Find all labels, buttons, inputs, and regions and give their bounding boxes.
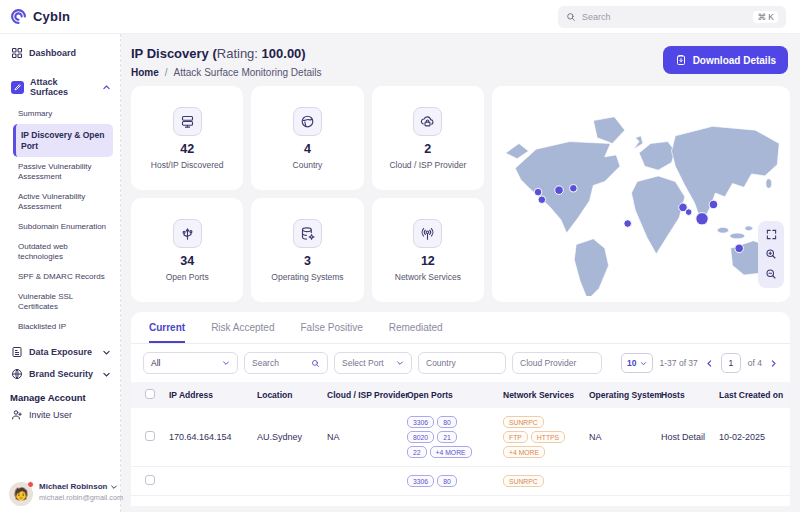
cloud-provider-filter-input[interactable]: Cloud Provider: [512, 352, 602, 374]
top-navbar: Cybln Search ⌘ K: [0, 0, 800, 34]
user-profile[interactable]: 🧑 Michael Robinson michael.robin@gmail.c…: [9, 476, 113, 506]
sidebar-item-dashboard[interactable]: Dashboard: [9, 42, 113, 64]
port-badge[interactable]: 3306: [407, 475, 434, 487]
service-badge[interactable]: HTTPS: [531, 431, 565, 443]
stat-value: 3: [304, 254, 311, 268]
sidebar-subitem-outdated-web[interactable]: Outdated web technologies: [13, 237, 113, 267]
usb-icon: [173, 219, 202, 248]
stat-card-ports: 34 Open Ports: [131, 198, 243, 302]
next-page-icon[interactable]: [769, 359, 778, 368]
zoom-out-icon[interactable]: [765, 268, 777, 280]
map-controls: [758, 221, 784, 288]
download-icon: [675, 54, 687, 66]
fullscreen-icon[interactable]: [766, 229, 777, 240]
tab-false-positive[interactable]: False Positive: [301, 322, 363, 343]
page-number-input[interactable]: 1: [721, 353, 741, 373]
chevron-down-icon: [396, 359, 404, 367]
sidebar-subitem-subdomain[interactable]: Subdomain Enumeration: [13, 217, 113, 237]
breadcrumb-home[interactable]: Home: [131, 67, 159, 78]
port-badge[interactable]: 80: [437, 416, 457, 428]
port-badge[interactable]: 22: [407, 446, 427, 458]
tab-risk-accepted[interactable]: Risk Accepted: [211, 322, 274, 343]
col-location: Location: [253, 382, 323, 408]
sidebar-item-attack-surfaces[interactable]: Attack Surfaces: [9, 72, 113, 102]
sidebar-subitem-blacklisted-ip[interactable]: Blacklisted IP: [13, 317, 113, 337]
sidebar-subitem-summary[interactable]: Summary: [13, 104, 113, 124]
stat-value: 34: [180, 254, 194, 268]
stat-label: Network Services: [395, 272, 461, 282]
stat-card-os: 3 Operating Systems: [251, 198, 363, 302]
port-badge[interactable]: 3306: [407, 416, 434, 428]
chevron-up-icon[interactable]: [102, 83, 111, 92]
search-icon: [311, 359, 320, 368]
cell-open-ports: 3306 80: [403, 467, 499, 496]
cell-created: 10-02-2025: [715, 408, 790, 467]
col-open-ports: Open Ports: [403, 382, 499, 408]
prev-page-icon[interactable]: [705, 359, 714, 368]
geo-map-card: [492, 86, 790, 302]
stat-label: Open Ports: [166, 272, 209, 282]
stat-value: 2: [424, 142, 431, 156]
port-badge[interactable]: 80: [437, 475, 457, 487]
global-search-input[interactable]: Search ⌘ K: [558, 6, 786, 28]
keyboard-shortcut-badge: ⌘ K: [753, 11, 778, 23]
stat-card-cloud: 2 Cloud / ISP Provider: [372, 86, 484, 190]
cell-network-services: SUNRPC: [499, 467, 585, 496]
page-size-select[interactable]: 10: [621, 353, 652, 373]
sidebar-subitem-spf-dmarc[interactable]: SPF & DMARC Records: [13, 267, 113, 287]
tab-current[interactable]: Current: [149, 322, 185, 343]
chevron-down-icon[interactable]: [102, 348, 111, 357]
download-details-button[interactable]: Download Details: [663, 46, 788, 74]
sidebar-subitem-ssl[interactable]: Vulnerable SSL Certificates: [13, 287, 113, 317]
service-badge[interactable]: FTP: [503, 431, 528, 443]
brand[interactable]: Cybln: [10, 8, 70, 25]
database-icon: [293, 219, 322, 248]
table-row[interactable]: 170.64.164.154 AU.Sydney NA 3306 80 8020: [131, 408, 790, 467]
host-detail-link[interactable]: Host Detail: [657, 408, 715, 467]
cell-ip[interactable]: 170.64.164.154: [165, 408, 253, 467]
service-more-badge[interactable]: +4 MORE: [503, 446, 545, 458]
sidebar-subitem-ip-discovery[interactable]: IP Discovery & Open Port: [13, 124, 113, 157]
antenna-icon: [413, 219, 442, 248]
sidebar-item-invite-user[interactable]: Invite User: [9, 407, 113, 426]
tab-remediated[interactable]: Remediated: [389, 322, 443, 343]
row-checkbox[interactable]: [145, 475, 155, 485]
avatar: 🧑: [9, 482, 33, 506]
type-filter-select[interactable]: All: [143, 352, 238, 374]
sidebar-item-label: Invite User: [29, 410, 111, 420]
country-filter-input[interactable]: Country: [418, 352, 506, 374]
chevron-down-icon[interactable]: [110, 483, 118, 491]
invite-user-icon: [11, 409, 23, 421]
sidebar-subitem-active-vuln[interactable]: Active Vulnerability Assessment: [13, 187, 113, 217]
table-row[interactable]: 3306 80 SUNRPC: [131, 467, 790, 496]
col-hosts: Hosts: [657, 382, 715, 408]
zoom-in-icon[interactable]: [765, 248, 777, 260]
sidebar-item-data-exposure[interactable]: Data Exposure: [9, 341, 113, 363]
manage-account-heading: Manage Account: [10, 392, 113, 403]
sidebar-item-brand-security[interactable]: Brand Security: [9, 363, 113, 385]
port-filter-select[interactable]: Select Port: [334, 352, 412, 374]
user-email: michael.robin@gmail.com: [39, 493, 123, 502]
breadcrumb: Home / Attack Surface Monitoring Details: [131, 67, 321, 78]
notification-dot: [27, 481, 34, 488]
chevron-down-icon[interactable]: [102, 370, 111, 379]
page-title: IP Discovery (Rating: 100.00): [131, 46, 321, 61]
breadcrumb-current: Attack Surface Monitoring Details: [174, 67, 322, 78]
document-icon: [11, 346, 23, 358]
row-checkbox[interactable]: [145, 431, 155, 441]
select-all-checkbox[interactable]: [145, 389, 155, 399]
service-badge[interactable]: SUNRPC: [503, 416, 544, 428]
ip-table-card: Current Risk Accepted False Positive Rem…: [131, 312, 790, 506]
stat-card-country: 4 Country: [251, 86, 363, 190]
sidebar-subitem-passive-vuln[interactable]: Passive Vulnerability Assessment: [13, 157, 113, 187]
port-badge[interactable]: 21: [437, 431, 457, 443]
world-map[interactable]: [498, 92, 784, 296]
range-text: 1-37 of 37: [660, 358, 698, 368]
search-filter-input[interactable]: Search: [244, 352, 328, 374]
col-ip-address: IP Address: [165, 382, 253, 408]
port-badge[interactable]: 8020: [407, 431, 434, 443]
port-more-badge[interactable]: +4 MORE: [430, 446, 472, 458]
attack-surfaces-submenu: Summary IP Discovery & Open Port Passive…: [13, 104, 113, 337]
user-name: Michael Robinson: [39, 482, 107, 491]
service-badge[interactable]: SUNRPC: [503, 475, 544, 487]
